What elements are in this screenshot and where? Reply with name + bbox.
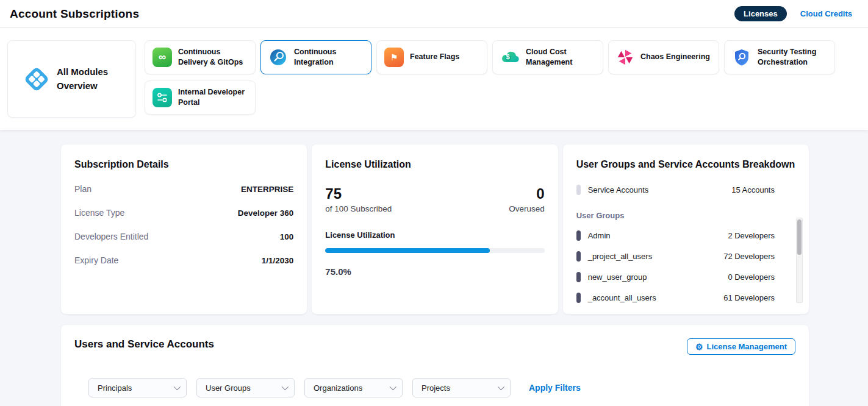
filters-row: Principals User Groups Organizations Pro… xyxy=(88,378,795,397)
utilization-percent: 75.0% xyxy=(325,266,544,277)
service-accounts-label: Service Accounts xyxy=(588,185,649,194)
group-value: 61 Developers xyxy=(723,293,775,302)
group-value: 2 Developers xyxy=(728,231,775,240)
tile-security-testing[interactable]: Security Testing Orchestration xyxy=(724,40,835,74)
tile-continuous-integration[interactable]: Continuous Integration xyxy=(260,40,371,74)
chevron-down-icon xyxy=(282,383,289,390)
internal-developer-portal-icon xyxy=(152,88,172,107)
user-groups-subheader: User Groups xyxy=(576,211,795,220)
gear-icon: ⚙ xyxy=(695,343,703,351)
header-tabs: Licenses Cloud Credits xyxy=(734,6,852,21)
page: Account Subscriptions Licenses Cloud Cre… xyxy=(0,0,868,406)
group-value: 72 Developers xyxy=(723,252,775,261)
subscription-details-title: Subscription Details xyxy=(74,159,293,170)
module-tiles: ∞ Continuous Delivery & GitOps xyxy=(145,40,835,118)
group-value: 0 Developers xyxy=(728,272,775,282)
tile-label: Continuous Integration xyxy=(294,47,365,68)
detail-row-expiry-date: Expiry Date 1/1/2030 xyxy=(74,255,293,265)
apply-filters-link[interactable]: Apply Filters xyxy=(529,383,581,393)
user-group-row: Admin 2 Developers xyxy=(576,230,795,241)
detail-value: ENTERPRISE xyxy=(241,185,293,194)
tile-label: Internal Developer Portal xyxy=(178,87,249,109)
chaos-engineering-icon xyxy=(616,48,634,66)
detail-label: Developers Entitled xyxy=(74,232,148,241)
group-name: new_user_group xyxy=(588,272,647,282)
users-section-title: Users and Service Accounts xyxy=(74,338,214,351)
projects-select[interactable]: Projects xyxy=(412,378,511,397)
group-bullet xyxy=(576,230,581,241)
service-accounts-value: 15 Accounts xyxy=(731,185,775,194)
breakdown-title: User Groups and Service Accounts Breakdo… xyxy=(576,159,795,170)
overused-block: 0 Overused xyxy=(509,186,545,213)
overused-count: 0 xyxy=(509,186,545,202)
utilization-bar-track xyxy=(325,248,544,253)
module-selector-band: All Modules Overview ∞ Continuous Delive… xyxy=(0,28,868,130)
users-section-header: Users and Service Accounts ⚙ License Man… xyxy=(74,338,795,355)
detail-label: Plan xyxy=(74,184,91,194)
organizations-select[interactable]: Organizations xyxy=(304,378,403,397)
group-bullet xyxy=(576,293,581,303)
subscription-details-card: Subscription Details Plan ENTERPRISE Lic… xyxy=(61,144,307,314)
cloud-cost-icon: $ xyxy=(500,48,520,67)
header: Account Subscriptions Licenses Cloud Cre… xyxy=(0,0,868,28)
dollar-glyph: $ xyxy=(506,53,510,60)
detail-label: License Type xyxy=(74,208,124,218)
security-testing-icon xyxy=(732,48,751,67)
detail-value: Developer 360 xyxy=(238,208,294,218)
group-bullet xyxy=(576,272,581,282)
group-name: _account_all_users xyxy=(588,293,656,302)
select-label: Principals xyxy=(98,383,132,393)
user-groups-list: Admin 2 Developers _project_all_users 72… xyxy=(576,230,795,303)
breakdown-card: User Groups and Service Accounts Breakdo… xyxy=(563,144,809,314)
tile-label: Continuous Delivery & GitOps xyxy=(178,47,249,68)
principals-select[interactable]: Principals xyxy=(88,378,187,397)
utilization-bar-fill xyxy=(325,248,489,253)
tile-label: Chaos Engineering xyxy=(640,52,710,63)
tile-cloud-cost-management[interactable]: $ Cloud Cost Management xyxy=(492,40,603,74)
detail-label: Expiry Date xyxy=(74,255,118,265)
chevron-down-icon xyxy=(174,383,181,390)
service-accounts-bullet xyxy=(576,185,581,195)
feature-flags-icon: ⚑ xyxy=(384,48,404,67)
user-group-row: new_user_group 0 Developers xyxy=(576,272,795,282)
all-modules-overview-label: All Modules Overview xyxy=(57,65,127,93)
tile-all-modules-overview[interactable]: All Modules Overview xyxy=(7,40,136,118)
license-management-button[interactable]: ⚙ License Management xyxy=(687,338,795,355)
license-utilization-title: License Utilization xyxy=(325,159,544,170)
module-tiles-row-2: Internal Developer Portal xyxy=(145,80,835,115)
used-subtext: of 100 Subscribed xyxy=(325,204,392,213)
tile-feature-flags[interactable]: ⚑ Feature Flags xyxy=(376,40,487,74)
select-label: User Groups xyxy=(206,383,251,393)
all-modules-icon xyxy=(23,65,51,93)
tile-continuous-delivery[interactable]: ∞ Continuous Delivery & GitOps xyxy=(145,40,256,74)
chevron-down-icon xyxy=(390,383,396,390)
detail-value: 1/1/2030 xyxy=(262,256,294,265)
overused-label: Overused xyxy=(509,204,545,213)
utilization-bar-label: License Utilization xyxy=(325,230,544,240)
select-label: Organizations xyxy=(314,383,362,393)
usage-numbers: 75 of 100 Subscribed 0 Overused xyxy=(325,186,544,213)
user-group-row: _project_all_users 72 Developers xyxy=(576,251,795,262)
service-accounts-row: Service Accounts 15 Accounts xyxy=(576,185,795,195)
tile-label: Feature Flags xyxy=(410,52,459,63)
tile-chaos-engineering[interactable]: Chaos Engineering xyxy=(608,40,719,74)
continuous-integration-icon xyxy=(268,48,288,67)
select-label: Projects xyxy=(421,383,450,393)
breakdown-scrollbar-track[interactable] xyxy=(796,218,803,303)
detail-value: 100 xyxy=(280,232,294,241)
continuous-delivery-icon: ∞ xyxy=(152,48,172,67)
license-utilization-card: License Utilization 75 of 100 Subscribed… xyxy=(312,144,558,314)
detail-row-plan: Plan ENTERPRISE xyxy=(74,184,293,194)
page-title: Account Subscriptions xyxy=(10,7,139,21)
user-groups-select[interactable]: User Groups xyxy=(196,378,295,397)
detail-row-developers-entitled: Developers Entitled 100 xyxy=(74,232,293,241)
tile-label: Cloud Cost Management xyxy=(526,47,597,68)
tab-cloud-credits[interactable]: Cloud Credits xyxy=(800,9,852,18)
group-name: _project_all_users xyxy=(588,252,653,261)
tab-licenses[interactable]: Licenses xyxy=(734,6,787,21)
group-name: Admin xyxy=(588,231,611,240)
breakdown-scrollbar-thumb[interactable] xyxy=(797,219,802,255)
license-management-label: License Management xyxy=(707,342,787,351)
group-bullet xyxy=(576,251,581,262)
tile-internal-developer-portal[interactable]: Internal Developer Portal xyxy=(145,80,256,115)
